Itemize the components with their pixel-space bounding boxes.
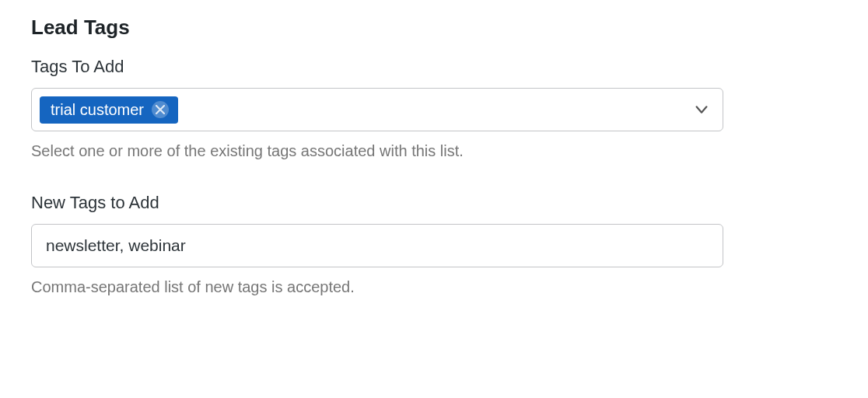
- tags-to-add-label: Tags To Add: [31, 57, 837, 77]
- new-tags-helper: Comma-separated list of new tags is acce…: [31, 278, 837, 296]
- tags-to-add-helper: Select one or more of the existing tags …: [31, 142, 837, 160]
- close-icon[interactable]: [152, 101, 169, 118]
- new-tags-label: New Tags to Add: [31, 193, 837, 213]
- tag-chip: trial customer: [40, 96, 178, 124]
- section-title: Lead Tags: [31, 16, 837, 40]
- new-tags-input[interactable]: [31, 224, 723, 267]
- tags-to-add-select[interactable]: trial customer: [31, 88, 723, 131]
- chevron-down-icon[interactable]: [693, 101, 715, 118]
- tag-chip-label: trial customer: [51, 101, 144, 119]
